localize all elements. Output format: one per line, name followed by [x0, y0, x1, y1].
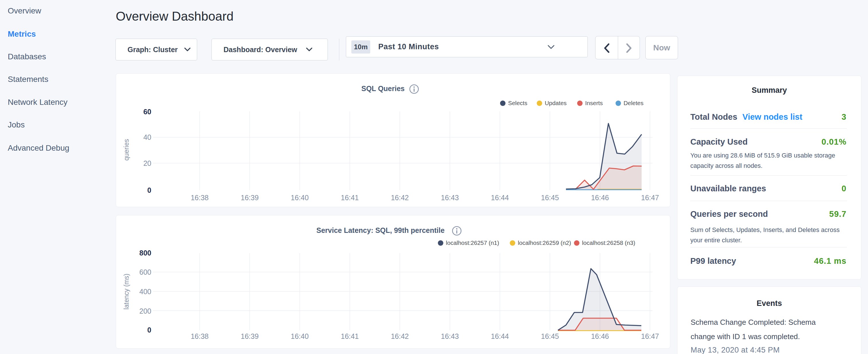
svg-text:16:41: 16:41: [341, 332, 359, 340]
svg-text:20: 20: [143, 159, 151, 167]
svg-text:16:42: 16:42: [391, 194, 409, 202]
svg-text:16:47: 16:47: [641, 332, 659, 340]
svg-text:16:41: 16:41: [341, 194, 359, 202]
svg-text:16:45: 16:45: [541, 332, 559, 340]
svg-text:16:46: 16:46: [591, 194, 609, 202]
svg-text:16:44: 16:44: [491, 194, 509, 202]
svg-text:600: 600: [139, 268, 151, 276]
svg-text:16:38: 16:38: [191, 332, 209, 340]
svg-text:16:47: 16:47: [641, 194, 659, 202]
svg-text:16:44: 16:44: [491, 332, 509, 340]
svg-text:16:39: 16:39: [241, 194, 259, 202]
svg-text:400: 400: [139, 288, 151, 296]
svg-text:16:42: 16:42: [391, 332, 409, 340]
svg-text:16:40: 16:40: [291, 194, 309, 202]
svg-text:queries: queries: [123, 139, 130, 160]
svg-text:16:46: 16:46: [591, 332, 609, 340]
svg-text:200: 200: [139, 307, 151, 315]
svg-text:16:43: 16:43: [441, 332, 459, 340]
svg-text:16:45: 16:45: [541, 194, 559, 202]
svg-text:800: 800: [139, 249, 151, 257]
svg-text:16:38: 16:38: [191, 194, 209, 202]
svg-text:16:43: 16:43: [441, 194, 459, 202]
svg-text:0: 0: [147, 186, 151, 194]
svg-text:40: 40: [143, 133, 151, 141]
svg-text:60: 60: [143, 108, 151, 116]
svg-text:16:39: 16:39: [241, 332, 259, 340]
svg-text:latency (ms): latency (ms): [123, 273, 130, 309]
svg-text:0: 0: [147, 326, 151, 334]
svg-text:16:40: 16:40: [291, 332, 309, 340]
